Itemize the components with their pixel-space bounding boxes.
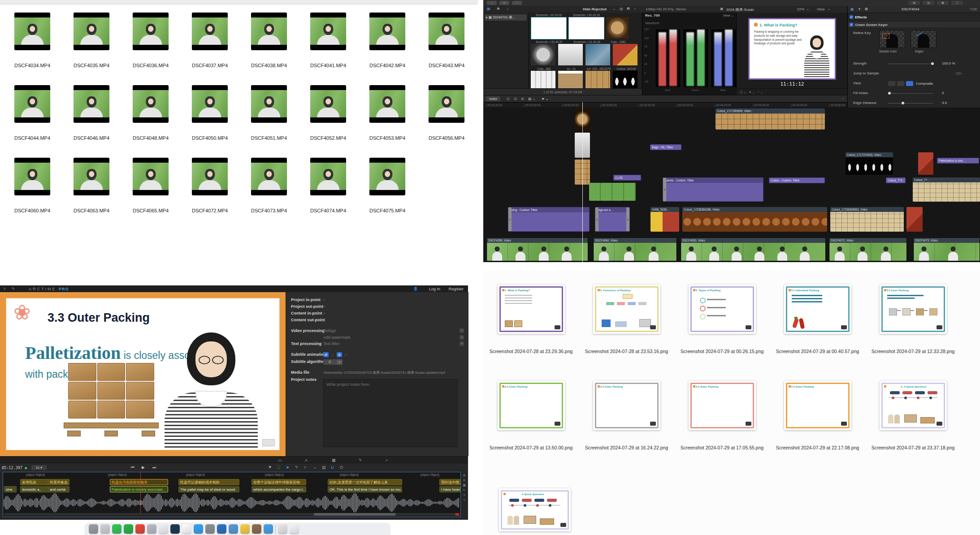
fill-holes-slider[interactable] (888, 93, 933, 94)
pen-style-icon[interactable]: ✎ (359, 458, 362, 462)
animation-edit-icon[interactable]: ／ (344, 352, 348, 358)
chevron-down-icon[interactable]: ⌄ (806, 7, 809, 11)
timeline-clip[interactable]: Cutout_772... (886, 177, 906, 183)
next-frame-button[interactable]: ⏭ (152, 465, 156, 470)
playback-speed-select[interactable]: 1x ▾ (31, 465, 47, 470)
collapse-panel-icon[interactable]: ‹ (842, 97, 844, 101)
delogo-option[interactable]: Delogo (323, 328, 336, 333)
video-thumbnail[interactable] (192, 158, 228, 195)
fade-animation-icon[interactable]: ⇄ (323, 352, 329, 357)
browser-clip-thumbnail[interactable] (558, 71, 583, 88)
video-file-item[interactable]: DSCF4052.MP4 (299, 79, 358, 151)
index-button[interactable]: Index (486, 96, 500, 101)
timeline-clip[interactable]: Being - Custom, Titles‖ (508, 207, 590, 232)
sample-color-thumbnail[interactable] (879, 30, 905, 48)
video-file-item[interactable]: DSCF4072.MP4 (180, 151, 239, 224)
video-file-item[interactable]: DSCF4056.MP4 (417, 79, 476, 151)
timeline-clip[interactable]: Cutout_77... (913, 177, 980, 202)
video-file-item[interactable]: DSCF4065.MP4 (121, 151, 180, 224)
add-text-filter-button[interactable]: + (460, 341, 464, 346)
hash-style-icon[interactable]: ⌗ (386, 458, 388, 463)
video-file-item[interactable]: DSCF4041.MP4 (299, 6, 358, 79)
timeline-clip[interactable]: Barrels - Custom, Titles‖ (663, 177, 763, 202)
keyer-section-header[interactable]: ✓ Green Screen Keyer (848, 21, 980, 28)
timeline-side-tools[interactable]: ⊕⊖▣✂⌖≡ (461, 473, 467, 517)
info-inspector-icon[interactable]: ❶ (865, 7, 868, 11)
subtitle-block-en[interactable]: I have heard t.. (439, 486, 460, 492)
video-thumbnail[interactable] (251, 158, 287, 195)
browser-clip-thumbnail[interactable] (531, 44, 555, 65)
add-delogo-button[interactable]: + (460, 328, 464, 333)
o-tool-icon[interactable]: O (340, 465, 343, 470)
text-style-icon[interactable]: A (305, 458, 308, 462)
screenshot-file-item[interactable]: 3.1 Individual PackingScreenshot 2024-07… (770, 285, 865, 354)
timeline-playhead[interactable] (140, 472, 141, 513)
grid-style-icon[interactable]: ▦ (332, 458, 336, 462)
screenshot-thumbnail[interactable]: 2. Functions of Packing (593, 285, 660, 334)
effects-checkbox[interactable]: ✓ (850, 15, 853, 19)
video-thumbnail[interactable] (133, 85, 169, 123)
browser-clip-thumbnail[interactable] (585, 44, 610, 65)
screenshot-file-item[interactable]: 3.2 Inner PackingScreenshot 2024-07-29 a… (865, 285, 961, 354)
viewer-menus[interactable]: ▢ ⌄ ✦ ⌄ ◔ ⌄ (736, 88, 847, 95)
style-box-icon[interactable]: ▭ (278, 458, 282, 462)
subtitle-block-en[interactable]: domestic a.. (20, 486, 52, 492)
video-thumbnail[interactable] (310, 13, 346, 50)
video-file-item[interactable]: DSCF4063.MP4 (62, 151, 121, 224)
subtitle-block-zh[interactable]: 托盘可以是钢的或木制的 (178, 479, 239, 485)
u-tool-icon[interactable]: U (331, 465, 334, 470)
browser-clip-thumbnail[interactable] (606, 17, 629, 39)
algorithm-select-arrow[interactable]: ▾ (337, 359, 343, 365)
screenshot-thumbnail[interactable]: 3.3 Outer Packing (593, 381, 660, 430)
library-event-item[interactable]: ▸ ▦ 20240731-微... (485, 14, 527, 21)
video-inspector-icon[interactable]: ▣ (850, 7, 854, 11)
add-watermark-button[interactable]: + (460, 335, 464, 340)
subtitle-block-zh[interactable]: 我听说中国义乌 (439, 479, 460, 485)
dock-app-icon[interactable] (290, 524, 299, 534)
subtitle-block-zh[interactable]: 托盘化与包装密切相关 (110, 479, 168, 485)
viewer-view-menu[interactable]: View (817, 7, 824, 11)
split-tool-icon[interactable]: ⌿ (304, 465, 306, 470)
chevron-down-icon[interactable]: ⌄ (828, 7, 831, 11)
photos-icon[interactable]: ✱ (497, 7, 500, 11)
edge-distance-slider[interactable] (888, 103, 933, 104)
browser-clip-thumbnail[interactable] (585, 71, 610, 88)
dock-app-icon[interactable] (240, 524, 250, 534)
video-file-item[interactable]: DSCF4060.MP4 (3, 151, 62, 224)
video-thumbnail[interactable] (133, 158, 169, 195)
timeline-clip[interactable]: Crates - Custom, Titles (769, 177, 825, 183)
video-thumbnail[interactable] (192, 85, 228, 123)
video-thumbnail[interactable] (133, 13, 169, 50)
video-thumbnail[interactable] (369, 158, 405, 195)
scope-view-menu[interactable]: View ⌄ (723, 13, 734, 17)
algorithm-select[interactable]: C (323, 359, 337, 365)
top-strip-button-0[interactable]: ↓ (487, 1, 497, 5)
play-button[interactable]: ▶ (142, 465, 145, 470)
arrow-tool-menu[interactable]: ➤ ⌄ (542, 97, 549, 101)
select-tool-icon[interactable]: ➤ (286, 465, 290, 470)
browser-clip-thumbnail[interactable] (613, 71, 637, 88)
screenshot-thumbnail[interactable]: 3.3 Outer Packing (784, 381, 851, 430)
screenshot-file-item[interactable]: 3.3 Outer PackingScreenshot 2024-07-29 a… (579, 381, 674, 450)
video-file-item[interactable]: DSCF4050.MP4 (180, 79, 239, 151)
timeline-scrollbar[interactable] (4, 513, 460, 516)
video-file-item[interactable]: DSCF4044.MP4 (3, 79, 62, 151)
timeline-clip[interactable]: Cutout_1717369696, Video (715, 108, 825, 129)
prev-frame-button[interactable]: ⏮ (131, 465, 134, 470)
dock-app-icon[interactable] (159, 524, 168, 534)
music-icon[interactable]: ♪ (507, 7, 508, 11)
video-thumbnail[interactable] (14, 85, 50, 123)
video-file-item[interactable]: DSCF4048.MP4 (121, 79, 180, 151)
filmstrip-icon[interactable]: ▤ (620, 7, 623, 11)
edge-distance-value[interactable]: 3.0 (942, 101, 947, 105)
screenshot-thumbnail[interactable]: A Quick Question (499, 488, 571, 531)
video-thumbnail[interactable] (310, 158, 346, 195)
video-file-item[interactable]: DSCF4042.MP4 (358, 6, 417, 79)
workspace-toggle-button-2[interactable]: ▦ (937, 1, 949, 5)
jump-arrows[interactable]: ◁ ▷ (955, 71, 962, 75)
move-animation-icon[interactable]: ☰ (337, 352, 342, 357)
screenshot-file-item[interactable]: 3.3 Outer PackingScreenshot 2024-07-29 a… (674, 381, 770, 450)
timeline-clip[interactable]: DSCF4063, Video (681, 237, 826, 261)
screenshot-file-item[interactable]: 3. Types of PackingScreenshot 2024-07-29… (674, 285, 770, 354)
lock-tool-icon[interactable]: ⛶ (277, 465, 280, 470)
